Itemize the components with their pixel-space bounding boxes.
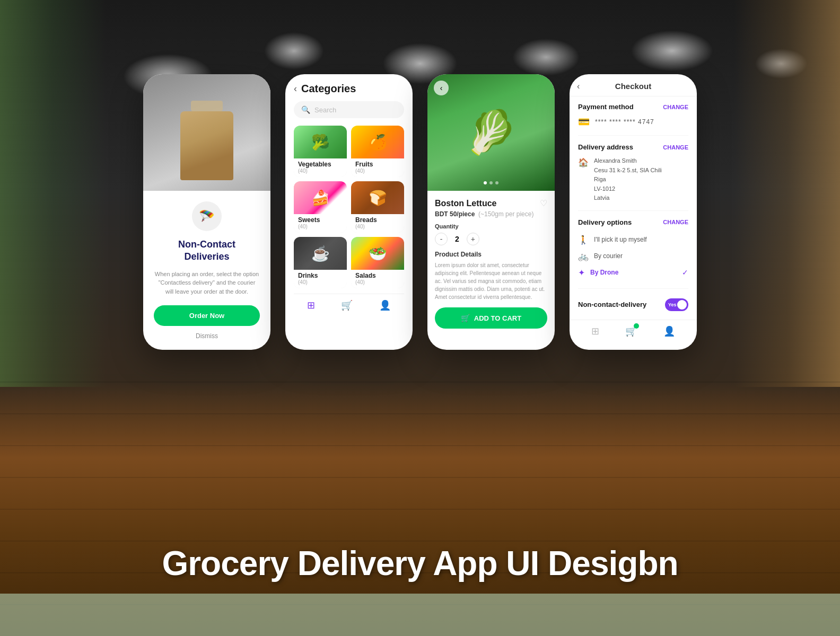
quantity-section: Quantity - 2 + (435, 223, 547, 245)
checkout-title: Checkout (615, 82, 651, 91)
profile-nav-icon[interactable]: 👤 (379, 299, 391, 311)
bottom-nav: ⊞ 🛒 👤 (294, 294, 404, 311)
delivery-change-button[interactable]: CHANGE (663, 219, 688, 225)
non-contact-row: Non-contact-delivery Yes (578, 296, 688, 313)
payment-title: Payment method (578, 103, 634, 111)
add-to-cart-button[interactable]: 🛒 ADD TO CART (435, 307, 547, 329)
drone-selected-icon: ✓ (682, 268, 688, 277)
quantity-increase-button[interactable]: + (467, 233, 479, 245)
search-icon: 🔍 (301, 105, 310, 114)
cart-nav-icon[interactable]: 🛒 (341, 299, 353, 311)
phone1-image (143, 74, 270, 191)
order-now-button[interactable]: Order Now (154, 305, 260, 326)
non-contact-toggle[interactable]: Yes (665, 298, 688, 311)
page-title: Grocery Delivery App UI Desigbn (0, 544, 840, 583)
category-breads[interactable]: Breads (40) (351, 181, 404, 233)
quantity-value: 2 (455, 235, 459, 243)
category-vegetables[interactable]: Vegetables (40) (294, 126, 347, 177)
shelf-left (0, 0, 106, 387)
address-title: Delivery address (578, 143, 633, 151)
non-contact-label: Non-contact-delivery (578, 301, 646, 308)
quantity-label: Quantity (435, 223, 547, 229)
salad-image (351, 237, 404, 270)
card-icon: 💳 (578, 116, 590, 128)
card-number: **** **** **** 4747 (595, 118, 654, 126)
product-back-button[interactable]: ‹ (434, 81, 449, 95)
address-text: Alexandra Smith Cesu 31 k-2 5.st, SIA Ch… (594, 156, 662, 203)
category-sweets[interactable]: Sweets (40) (294, 181, 347, 233)
dot-2 (489, 181, 493, 184)
add-to-cart-label: ADD TO CART (474, 314, 521, 322)
category-salads[interactable]: Salads (40) (351, 237, 404, 288)
cart-icon: 🛒 (461, 314, 470, 322)
bottom-strip (0, 594, 840, 636)
address-country: Latvia (594, 195, 609, 201)
search-placeholder: Search (314, 106, 336, 114)
option-courier[interactable]: 🚲 By courier (578, 248, 688, 264)
drone-label: By Drone (590, 269, 677, 276)
quantity-decrease-button[interactable]: - (435, 233, 448, 245)
dot-3 (495, 181, 498, 184)
address-city: Riga (594, 176, 606, 182)
checkout-cart-icon[interactable]: 🛒 (625, 325, 637, 337)
details-label: Product Details (435, 251, 547, 258)
category-fruits[interactable]: Fruits (40) (351, 126, 404, 177)
courier-icon: 🚲 (578, 251, 589, 261)
pickup-icon: 🚶 (578, 235, 589, 245)
veg-image (294, 126, 347, 158)
pickup-label: I'll pick it up myself (594, 236, 688, 243)
payment-change-button[interactable]: CHANGE (663, 104, 688, 110)
dismiss-label[interactable]: Dismiss (196, 332, 218, 340)
phone-categories: ‹ Categories 🔍 Search Vegetables (40) Fr… (285, 74, 413, 350)
categories-header: ‹ Categories (294, 83, 404, 95)
search-bar[interactable]: 🔍 Search (294, 101, 404, 118)
sweet-image (294, 181, 347, 214)
veg-label: Vegetables (40) (294, 158, 347, 177)
phone-checkout: ‹ Checkout Payment method CHANGE 💳 **** … (570, 74, 697, 350)
details-text: Lorem ipsum dolor sit amet, consectetur … (435, 261, 547, 301)
drinks-image (294, 237, 347, 270)
product-name: Boston Lettuce (435, 199, 496, 208)
phone-non-contact: 🪂 Non-ContactDeliveries When placing an … (143, 74, 270, 350)
address-postal: LV-1012 (594, 186, 615, 192)
checkout-profile-icon[interactable]: 👤 (663, 325, 675, 337)
checkout-bottom-nav: ⊞ 🛒 👤 (570, 320, 697, 340)
product-header: Boston Lettuce ♡ (435, 198, 547, 208)
quantity-control: - 2 + (435, 233, 547, 245)
address-name: Alexandra Smith (594, 157, 637, 164)
drone-icon: ✦ (578, 268, 585, 278)
checkout-back-button[interactable]: ‹ (577, 82, 580, 91)
bread-label: Breads (40) (351, 214, 404, 233)
product-image: 🥬 ‹ (427, 74, 555, 191)
drinks-label: Drinks (40) (294, 270, 347, 288)
courier-label: By courier (594, 252, 688, 260)
phone-product: 🥬 ‹ Boston Lettuce ♡ BDT 50/piece (~150g… (427, 74, 555, 350)
product-price: BDT 50/piece (~150gm per piece) (435, 210, 547, 218)
categories-grid: Vegetables (40) Fruits (40) Sweets (40) (294, 126, 404, 288)
category-drinks[interactable]: Drinks (40) (294, 237, 347, 288)
phone1-content: 🪂 Non-ContactDeliveries When placing an … (143, 191, 270, 350)
address-change-button[interactable]: CHANGE (663, 144, 688, 151)
bread-image (351, 181, 404, 214)
salad-label: Salads (40) (351, 270, 404, 288)
sweet-label: Sweets (40) (294, 214, 347, 233)
phones-container: 🪂 Non-ContactDeliveries When placing an … (143, 74, 697, 350)
fruit-label: Fruits (40) (351, 158, 404, 177)
address-line1: Cesu 31 k-2 5.st, SIA Chili (594, 167, 662, 173)
phone1-description: When placing an order, select the option… (154, 270, 260, 296)
back-button[interactable]: ‹ (294, 83, 297, 94)
fruit-image (351, 126, 404, 158)
cart-badge-dot (634, 323, 639, 329)
option-pickup[interactable]: 🚶 I'll pick it up myself (578, 232, 688, 248)
toggle-yes-label: Yes (668, 302, 677, 307)
checkout-header: ‹ Checkout (570, 74, 697, 96)
dot-1 (484, 181, 487, 184)
address-section-header: Delivery address CHANGE (578, 143, 688, 151)
image-dots (484, 181, 498, 184)
delivery-options-list: 🚶 I'll pick it up myself 🚲 By courier ✦ … (578, 232, 688, 289)
grid-nav-icon[interactable]: ⊞ (307, 299, 315, 311)
option-drone[interactable]: ✦ By Drone ✓ (578, 264, 688, 281)
checkout-grid-icon[interactable]: ⊞ (591, 325, 599, 337)
heart-button[interactable]: ♡ (540, 198, 547, 208)
payment-section-header: Payment method CHANGE (578, 103, 688, 111)
